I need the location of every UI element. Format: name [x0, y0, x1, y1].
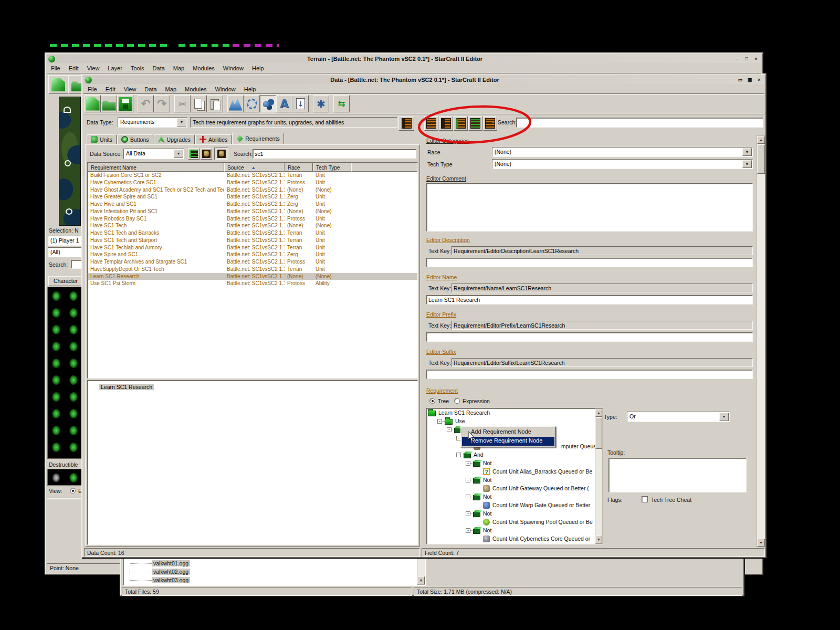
prefix-text-key-field[interactable]: Requirement/EditorPrefix/LearnSC1Researc… [452, 321, 753, 330]
tree-node[interactable]: Count Unit Cybernetics Core Queued or [427, 534, 603, 543]
menu-tools[interactable]: Tools [127, 64, 149, 72]
open-document-button[interactable] [101, 95, 117, 112]
unit-palette[interactable] [47, 287, 82, 459]
menu-modules[interactable]: Modules [181, 85, 211, 93]
suffix-value-input[interactable] [426, 370, 753, 379]
tree-node[interactable]: Count Unit Gateway Queued or Better ( [427, 484, 603, 492]
tab-abilities[interactable]: Abilities [195, 134, 232, 144]
menu-window[interactable]: Window [211, 85, 240, 93]
expander-icon[interactable]: - [466, 478, 470, 482]
scroll-up-button[interactable]: ▲ [757, 136, 765, 144]
editor-comment-textarea[interactable] [426, 183, 753, 232]
table-row[interactable]: Have Cybernetics Core SC1Battle.net: SC1… [88, 179, 417, 186]
tree-node[interactable]: -Not [427, 459, 603, 467]
file-list-item[interactable]: valkwht02.ogg [123, 568, 416, 576]
tree-node[interactable]: -Not [427, 509, 603, 518]
table-row[interactable]: Use SC1 Psi StormBattle.net: SC1vsSC2 1.… [88, 280, 417, 287]
menu-file[interactable]: File [83, 85, 101, 93]
column-header-source[interactable]: Source▲ [224, 163, 285, 172]
file-list-item[interactable]: valkwht01.ogg [123, 559, 416, 568]
menu-layer[interactable]: Layer [103, 64, 127, 72]
table-row[interactable]: Have Greater Spire and SC1Battle.net: SC… [88, 193, 417, 201]
tab-upgrades[interactable]: Upgrades [154, 134, 195, 144]
menu-help[interactable]: Help [248, 64, 268, 72]
table-row[interactable]: Have SC1 Tech and BarracksBattle.net: SC… [88, 229, 417, 237]
description-text-key-field[interactable]: Requirement/EditorDescription/LearnSC1Re… [452, 246, 753, 255]
table-row[interactable]: Have SC1 Tech and StarportBattle.net: SC… [88, 237, 417, 244]
table-row[interactable]: Have SC1 TechBattle.net: SC1vsSC2 1.10(N… [88, 222, 417, 229]
tab-requirements[interactable]: Requirements [232, 133, 284, 144]
data-editor-button[interactable] [260, 95, 276, 112]
menu-file[interactable]: File [47, 64, 65, 72]
close-button[interactable]: × [752, 56, 760, 62]
tree-node[interactable]: Count Unit Spawning Pool Queued or Be [427, 518, 603, 526]
tree-node[interactable]: -Not [427, 526, 603, 534]
trigger-editor-button[interactable] [244, 95, 260, 112]
expander-icon[interactable]: - [437, 419, 442, 424]
editor-name-link[interactable]: Editor Name [426, 274, 457, 280]
menu-edit[interactable]: Edit [65, 64, 83, 72]
tab-units[interactable]: Units [87, 134, 117, 144]
close-button[interactable]: × [755, 77, 763, 83]
table-row[interactable]: Learn SC1 ResearchBattle.net: SC1vsSC2 1… [88, 273, 417, 280]
table-row[interactable]: HaveSupplyDepot Or SC1 TechBattle.net: S… [88, 266, 417, 273]
context-menu-item[interactable]: Add Requirement Node [462, 428, 554, 437]
mode-radio-expression[interactable] [454, 398, 460, 404]
redo-button[interactable] [154, 95, 170, 112]
tech-type-dropdown[interactable]: (None) [492, 159, 753, 169]
restore-button[interactable]: ▣ [746, 77, 754, 83]
editor-description-link[interactable]: Editor Description [426, 237, 470, 243]
tree-node[interactable]: ?Count Unit Alias_Barracks Queued or Be [427, 467, 603, 476]
preview-item-label[interactable]: Learn SC1 Research [99, 384, 154, 390]
scrollbar-thumb[interactable] [595, 417, 602, 449]
view-radio[interactable] [70, 488, 76, 494]
scrollbar-thumb[interactable] [757, 144, 765, 174]
top-search-input[interactable] [516, 118, 763, 128]
menu-view[interactable]: View [83, 64, 104, 72]
table-header[interactable]: Requirement NameSource▲RaceTech Type [88, 163, 417, 172]
tree-node[interactable]: Count Unit Warp Gate Queued or Better [427, 501, 603, 509]
menu-data[interactable]: Data [149, 64, 169, 72]
tree-view-button[interactable] [188, 148, 200, 160]
expander-icon[interactable]: - [466, 528, 470, 533]
ai-editor-button[interactable] [313, 95, 329, 112]
table-row[interactable]: Have Infestation Pit and SC1Battle.net: … [88, 208, 417, 215]
description-value-input[interactable] [426, 258, 753, 267]
menu-map[interactable]: Map [169, 64, 188, 72]
menu-view[interactable]: View [120, 85, 141, 93]
objects-view-button[interactable] [214, 148, 228, 160]
data-source-dropdown[interactable]: All Data [123, 149, 184, 159]
column-header-requirement-name[interactable]: Requirement Name [88, 163, 224, 172]
list-search-input[interactable]: sc1 [253, 149, 416, 159]
destructible-palette[interactable] [47, 469, 82, 486]
requirement-link[interactable]: Requirement [426, 387, 458, 394]
type-dropdown[interactable]: Or [627, 412, 730, 422]
menu-help[interactable]: Help [240, 85, 260, 93]
tree-node[interactable]: -Use [427, 417, 603, 425]
text-editor-button[interactable] [276, 95, 292, 112]
new-document-button[interactable] [48, 75, 68, 94]
name-text-key-field[interactable]: Requirement/Name/LearnSC1Research [452, 284, 753, 292]
scroll-up-button[interactable]: ▲ [595, 409, 602, 417]
data-type-dropdown[interactable]: Requirements [118, 117, 187, 128]
tree-node[interactable]: -And [427, 450, 603, 459]
name-value-input[interactable]: Learn SC1 Research [426, 295, 753, 304]
menu-data[interactable]: Data [140, 85, 161, 93]
table-row[interactable]: Build Fusion Core SC1 or SC2Battle.net: … [88, 172, 417, 179]
table-row[interactable]: Have Hive and SC1Battle.net: SC1vsSC2 1.… [88, 201, 417, 208]
paste-button[interactable] [207, 95, 223, 112]
scroll-down-button[interactable]: ▼ [757, 539, 765, 547]
column-header-tech-type[interactable]: Tech Type [313, 163, 351, 172]
palette-tab-character[interactable]: Character [48, 276, 83, 286]
table-row[interactable]: Have Ghost Academy and SC1 Tech or SC2 T… [88, 186, 417, 194]
expander-icon[interactable]: - [466, 495, 470, 499]
import-editor-button[interactable] [292, 95, 309, 112]
tech-tree-cheat-checkbox[interactable] [642, 496, 648, 502]
tree-node[interactable]: -Not [427, 476, 603, 484]
minimap[interactable] [59, 97, 81, 226]
expander-icon[interactable]: - [466, 461, 470, 466]
prefix-value-input[interactable] [426, 332, 753, 342]
menu-edit[interactable]: Edit [101, 85, 120, 93]
menu-modules[interactable]: Modules [188, 64, 219, 72]
scroll-down-button[interactable]: ▼ [595, 536, 602, 543]
